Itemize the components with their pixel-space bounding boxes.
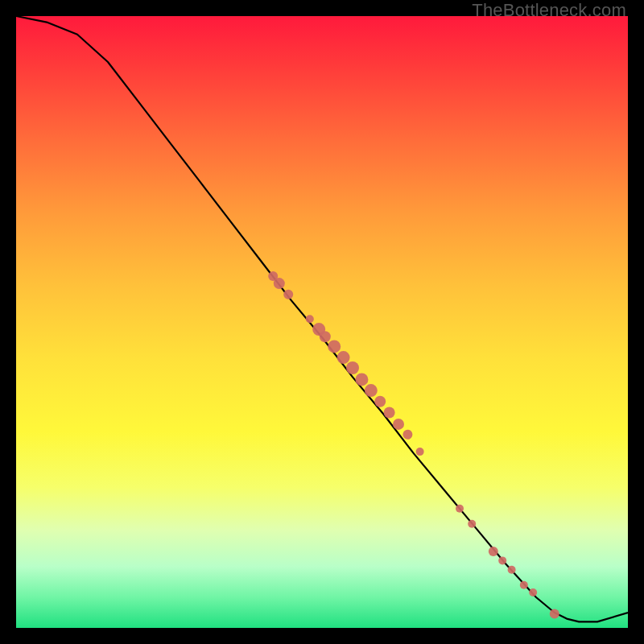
data-point bbox=[306, 315, 314, 323]
data-point bbox=[416, 448, 424, 456]
data-point bbox=[355, 373, 368, 386]
data-point bbox=[384, 407, 395, 418]
data-point bbox=[328, 340, 341, 353]
data-point bbox=[520, 581, 528, 589]
data-point bbox=[274, 278, 285, 289]
data-point bbox=[365, 384, 378, 397]
data-point bbox=[508, 566, 516, 574]
watermark-text: TheBottleneck.com bbox=[472, 0, 626, 21]
data-point bbox=[529, 588, 537, 597]
data-point bbox=[337, 351, 350, 364]
data-point bbox=[468, 520, 476, 528]
data-point bbox=[402, 430, 412, 440]
data-point bbox=[550, 609, 559, 619]
data-point bbox=[489, 547, 498, 556]
chart-overlay bbox=[16, 16, 628, 628]
data-point bbox=[456, 505, 464, 513]
data-point bbox=[393, 419, 404, 430]
data-point bbox=[346, 361, 359, 374]
bottleneck-curve bbox=[16, 16, 628, 621]
data-point bbox=[498, 556, 506, 564]
data-points-group bbox=[268, 271, 559, 619]
data-point bbox=[283, 290, 293, 299]
data-point bbox=[374, 396, 386, 407]
data-point bbox=[320, 331, 331, 342]
